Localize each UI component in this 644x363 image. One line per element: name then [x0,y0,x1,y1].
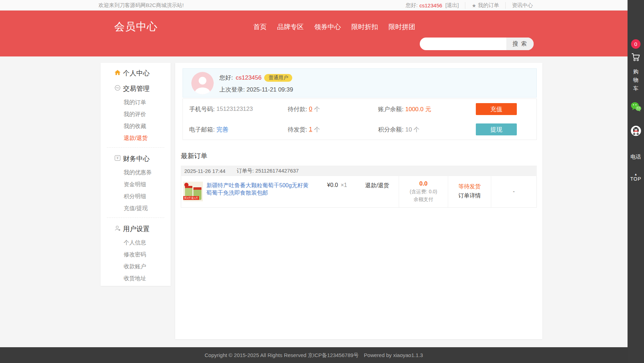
stats-row-1: 手机号码: 15123123123 待付款: 0 个 账户余额: 1000.0 … [183,99,536,119]
my-orders-link[interactable]: ★ 我的订单 [465,2,505,9]
balance-value: 1000.0 元 [405,105,431,113]
sidebar-section-trade[interactable]: 交易管理 [101,81,171,96]
sidebar-item-my-reviews[interactable]: 我的评价 [101,108,171,120]
sidebar-item-points-details[interactable]: 积分明细 [101,190,171,202]
points-stat: 积分余额: 10 个 [378,119,419,140]
order-status: 等待发货 [448,182,491,191]
sidebar-item-refund-return[interactable]: 退款/退货 [101,132,171,144]
my-orders-label[interactable]: 我的订单 [478,2,499,9]
order-header-row: 2025-11-26 17:44 订单号: 251126174427637 [181,166,537,176]
product-title-link[interactable]: 新疆特产吐鲁番大颗粒葡萄干500g无籽黄萄葡干免洗即食散装包邮 [206,182,311,207]
footer: Copyright © 2015-2025 All Rights Reserve… [0,347,628,363]
search-box: 搜 索 [420,38,534,50]
welcome-text: 欢迎来到刀客源码网B2C商城演示站! [98,2,184,9]
sidebar-item-personal-center[interactable]: 个人中心 [101,66,171,81]
order-type-cell: 退款/退货 [356,176,399,207]
pending-pay-stat: 待付款: 0 个 [288,99,320,119]
finance-icon: ¥ [115,155,121,163]
phone-widget[interactable]: 电话 [628,154,644,160]
nav-home[interactable]: 首页 [253,22,267,32]
complete-email-link[interactable]: 完善 [217,126,228,134]
news-center-link[interactable]: 资讯中心 [512,2,533,9]
cart-label[interactable]: 购物车 [633,67,639,93]
profile-greeting: 您好: cs123456 普通用户 [219,74,292,82]
main-nav: 首页 品牌专区 领券中心 限时折扣 限时拼团 [253,22,415,32]
member-center-page: 欢迎来到刀客源码网B2C商城演示站! 您好: cs123456 [退出] ★ 我… [0,0,644,363]
user-level-badge: 普通用户 [264,74,292,82]
recharge-button[interactable]: 充值 [476,103,517,115]
search-input[interactable] [420,38,506,50]
pay-method: 余额支付 [399,195,448,203]
quantity: ×1 [341,182,347,188]
order-datetime: 2025-11-26 17:44 [184,168,225,174]
nav-coupon-center[interactable]: 领券中心 [314,22,341,32]
page-title: 会员中心 [114,20,158,34]
greeting-label: 您好: [219,74,233,82]
topbar-right: 您好: cs123456 [退出] ★ 我的订单 资讯中心 [399,2,539,9]
latest-orders-heading: 最新订单 [181,152,207,161]
sidebar-item-personal-info[interactable]: 个人信息 [101,237,171,249]
sidebar-section-user-settings[interactable]: 用户设置 [101,221,171,237]
product-image[interactable]: 买2斤送1斤 [183,182,203,201]
order-row: 买2斤送1斤 新疆特产吐鲁番大颗粒葡萄干500g无籽黄萄葡干免洗即食散装包邮 ¥… [181,176,537,208]
sidebar-item-fund-details[interactable]: 资金明细 [101,179,171,190]
stats-row-2: 电子邮箱: 完善 待发货: 1 个 积分余额: 10 个 提现 [183,119,536,140]
pending-pay-count-link[interactable]: 0 [309,106,312,113]
product-image-badge: 买2斤送1斤 [183,196,199,200]
product-cell: 买2斤送1斤 新疆特产吐鲁番大颗粒葡萄干500g无籽黄萄葡干免洗即食散装包邮 [181,176,318,207]
points-value: 10 个 [405,126,420,134]
logout-link[interactable]: [退出] [445,2,459,9]
main-panel: 您好: cs123456 普通用户 上次登录: 2025-11-21 09:39… [175,63,542,339]
greeting: 您好: cs123456 [退出] [399,2,465,9]
account-stats-box: 手机号码: 15123123123 待付款: 0 个 账户余额: 1000.0 … [183,99,537,140]
sidebar-item-my-coupons[interactable]: 我的优惠券 [101,167,171,179]
site-header: 会员中心 首页 品牌专区 领券中心 限时折扣 限时拼团 搜 索 [0,11,628,56]
pending-ship-stat: 待发货: 1 个 [288,119,320,140]
user-settings-icon [115,225,121,233]
copyright-text: Copyright © 2015-2025 All Rights Reserve… [205,352,423,358]
withdraw-button[interactable]: 提现 [476,123,517,135]
floating-widget-bar: 0 购物车 电话 ▲ TOP [628,0,644,363]
nav-group-buy[interactable]: 限时拼团 [389,22,415,32]
sidebar-item-change-password[interactable]: 修改密码 [101,249,171,261]
profile-username: cs123456 [236,74,262,81]
nav-brand-zone[interactable]: 品牌专区 [277,22,304,32]
sidebar-divider [107,217,164,218]
phone-value: 15123123123 [217,106,253,113]
sidebar-item-payment-account[interactable]: 收款账户 [101,261,171,273]
greeting-label: 您好: [406,2,418,9]
cart-count-badge[interactable]: 0 [631,39,640,49]
unit-price: ¥0.0 [327,182,338,188]
order-table: 2025-11-26 17:44 订单号: 251126174427637 买2… [181,166,537,208]
back-to-top-button[interactable]: ▲ TOP [628,173,644,182]
home-icon [115,69,121,77]
sidebar-item-shipping-address[interactable]: 收货地址 [101,273,171,284]
pending-ship-count-link[interactable]: 1 [309,126,312,133]
order-detail-link[interactable]: 订单详情 [448,191,491,200]
sidebar-item-recharge-withdraw[interactable]: 充值/提现 [101,202,171,214]
sidebar: 个人中心 交易管理 我的订单 我的评价 我的收藏 退款/退货 ¥ 财务中心 我的… [101,63,171,286]
amount-cell: 0.0 (含运费: 0.0) 余额支付 [399,176,448,207]
trade-icon [115,85,121,93]
up-triangle-icon: ▲ [628,173,644,176]
avatar [191,72,214,94]
username-link[interactable]: cs123456 [419,2,442,8]
profile-box: 您好: cs123456 普通用户 上次登录: 2025-11-21 09:39 [183,68,537,98]
sidebar-item-my-orders[interactable]: 我的订单 [101,96,171,108]
qq-icon[interactable] [631,126,641,137]
star-icon: ★ [472,3,476,8]
sidebar-section-finance[interactable]: ¥ 财务中心 [101,151,171,167]
extra-cell: - [491,176,536,207]
svg-text:¥: ¥ [116,156,119,160]
price-cell: ¥0.0 ×1 [318,176,356,207]
order-number: 订单号: 251126174427637 [237,168,299,174]
topbar: 欢迎来到刀客源码网B2C商城演示站! 您好: cs123456 [退出] ★ 我… [0,0,628,11]
cart-icon[interactable] [631,53,640,63]
balance-stat: 账户余额: 1000.0 元 [378,99,431,119]
status-cell: 等待发货 订单详情 [448,176,491,207]
wechat-icon[interactable] [630,102,642,114]
sidebar-item-my-favorites[interactable]: 我的收藏 [101,120,171,132]
search-button[interactable]: 搜 索 [506,38,534,50]
order-amount: 0.0 [399,180,448,188]
nav-flash-discount[interactable]: 限时折扣 [351,22,378,32]
